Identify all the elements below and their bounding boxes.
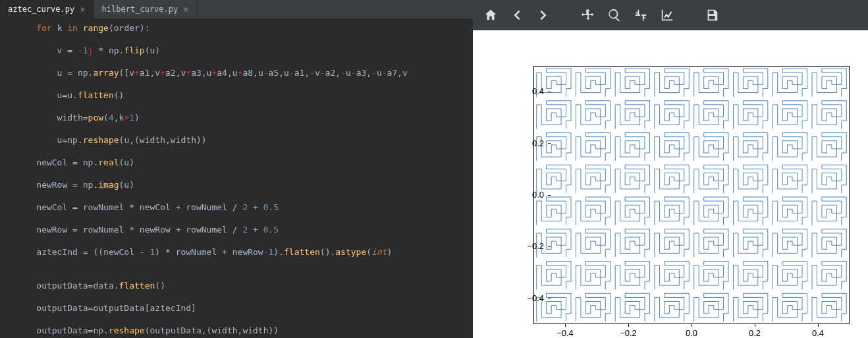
tab-bar: aztec_curve.py × hilbert_curve.py ×: [0, 0, 473, 18]
axes-frame: [533, 66, 850, 324]
y-tick-label: −0.4: [511, 293, 544, 303]
tab-label: hilbert_curve.py: [102, 5, 178, 14]
x-tick-label: −0.2: [612, 328, 645, 338]
x-tick-label: −0.4: [549, 328, 582, 338]
close-icon[interactable]: ×: [80, 4, 85, 14]
subplots-icon[interactable]: [634, 8, 648, 22]
forward-icon[interactable]: [536, 8, 551, 22]
plot-area[interactable]: 0.40.20.0−0.2−0.4−0.4−0.20.00.20.4: [473, 30, 868, 338]
aztec-curve-plot: [534, 67, 849, 324]
save-icon[interactable]: [705, 8, 719, 22]
y-tick-label: 0.2: [511, 138, 544, 148]
x-tick-label: 0.0: [675, 328, 708, 338]
y-tick-label: 0.0: [511, 190, 544, 200]
y-tick-label: 0.4: [511, 86, 544, 96]
back-icon[interactable]: [510, 8, 524, 22]
close-icon[interactable]: ×: [183, 4, 188, 14]
plot-pane: 0.40.20.0−0.2−0.4−0.4−0.20.00.20.4: [473, 0, 868, 338]
axes-icon[interactable]: [660, 8, 674, 22]
tab-aztec[interactable]: aztec_curve.py ×: [0, 0, 94, 18]
pan-icon[interactable]: [581, 8, 595, 22]
plot-toolbar: [473, 0, 868, 30]
x-tick-label: 0.4: [801, 328, 834, 338]
zoom-icon[interactable]: [607, 8, 622, 22]
home-icon[interactable]: [483, 8, 498, 22]
tab-hilbert[interactable]: hilbert_curve.py ×: [94, 0, 198, 18]
code-editor[interactable]: for k in range(order): v = -1j * np.flip…: [0, 18, 473, 338]
editor-pane: aztec_curve.py × hilbert_curve.py × for …: [0, 0, 473, 338]
x-tick-label: 0.2: [738, 328, 771, 338]
y-tick-label: −0.2: [511, 241, 544, 251]
tab-label: aztec_curve.py: [8, 5, 74, 14]
